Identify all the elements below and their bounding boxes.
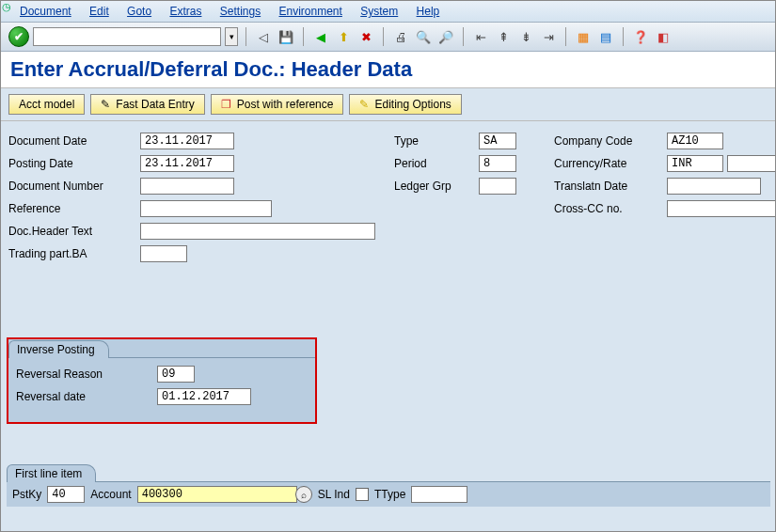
help-icon[interactable]: ❓ bbox=[631, 27, 650, 46]
pstky-field[interactable] bbox=[47, 486, 85, 503]
period-field[interactable] bbox=[479, 155, 516, 172]
find-next-icon[interactable]: 🔎 bbox=[436, 27, 455, 46]
rev-date-label: Reversal date bbox=[16, 390, 157, 403]
post-reference-button[interactable]: ❐ Post with reference bbox=[211, 94, 344, 115]
next-page-icon[interactable]: ⇟ bbox=[516, 27, 535, 46]
exit-icon[interactable]: ⬆ bbox=[334, 27, 353, 46]
doc-date-field[interactable] bbox=[140, 133, 234, 149]
ledger-field[interactable] bbox=[479, 178, 516, 195]
layout-icon[interactable]: ◧ bbox=[654, 27, 673, 46]
crosscc-label: Cross-CC no. bbox=[554, 202, 667, 215]
separator bbox=[623, 27, 624, 46]
doc-num-label: Document Number bbox=[8, 180, 140, 193]
ttype-field[interactable] bbox=[411, 486, 467, 503]
menu-extras[interactable]: Extras bbox=[169, 5, 201, 18]
fast-entry-label: Fast Data Entry bbox=[116, 98, 194, 111]
trading-field[interactable] bbox=[140, 245, 187, 262]
enter-button[interactable]: ✔ bbox=[8, 26, 29, 47]
back-icon[interactable]: ◁ bbox=[254, 27, 273, 46]
trading-label: Trading part.BA bbox=[8, 247, 140, 260]
inverse-posting-tab: Inverse Posting bbox=[8, 340, 109, 358]
rate-field[interactable] bbox=[727, 155, 776, 172]
rev-date-field[interactable] bbox=[157, 388, 251, 405]
last-page-icon[interactable]: ⇥ bbox=[539, 27, 558, 46]
acct-model-label: Acct model bbox=[19, 98, 74, 111]
prev-page-icon[interactable]: ⇞ bbox=[494, 27, 513, 46]
new-session-icon[interactable]: ▦ bbox=[574, 27, 593, 46]
ledger-label: Ledger Grp bbox=[394, 180, 479, 193]
reference-label: Reference bbox=[8, 202, 140, 215]
cancel-icon[interactable]: ✖ bbox=[356, 27, 375, 46]
account-label: Account bbox=[90, 488, 131, 501]
menu-document[interactable]: Document bbox=[20, 5, 71, 18]
post-date-label: Posting Date bbox=[8, 157, 140, 170]
first-line-group: First line item PstKy Account ⌕ SL Ind T… bbox=[7, 463, 770, 507]
first-page-icon[interactable]: ⇤ bbox=[471, 27, 490, 46]
command-field[interactable] bbox=[33, 27, 221, 46]
ttype-label: TType bbox=[374, 488, 405, 501]
separator bbox=[383, 27, 384, 46]
separator bbox=[565, 27, 566, 46]
form-area: Document Date Posting Date Document Numb… bbox=[1, 121, 775, 507]
fast-entry-button[interactable]: ✎ Fast Data Entry bbox=[90, 94, 204, 115]
doc-num-field[interactable] bbox=[140, 178, 234, 195]
company-field[interactable] bbox=[667, 133, 723, 149]
separator bbox=[245, 27, 246, 46]
inverse-posting-group: Inverse Posting Reversal Reason Reversal… bbox=[7, 337, 317, 424]
rev-reason-field[interactable] bbox=[157, 366, 195, 383]
pencil-icon: ✎ bbox=[359, 98, 369, 111]
doc-date-label: Document Date bbox=[8, 134, 140, 148]
find-icon[interactable]: 🔍 bbox=[414, 27, 433, 46]
fast-entry-icon: ✎ bbox=[101, 98, 110, 111]
editing-options-label: Editing Options bbox=[374, 98, 451, 111]
post-date-field[interactable] bbox=[140, 155, 234, 172]
menu-goto[interactable]: Goto bbox=[127, 5, 151, 18]
shortcut-icon[interactable]: ▤ bbox=[596, 27, 615, 46]
crosscc-field[interactable] bbox=[667, 200, 776, 217]
print-icon[interactable]: 🖨 bbox=[391, 27, 410, 46]
copy-icon: ❐ bbox=[221, 98, 231, 111]
command-dropdown[interactable]: ▾ bbox=[225, 27, 238, 46]
transdate-label: Translatn Date bbox=[554, 180, 667, 193]
window-icon: ◷ bbox=[2, 1, 11, 13]
menu-system[interactable]: System bbox=[360, 5, 398, 18]
transdate-field[interactable] bbox=[667, 178, 761, 195]
editing-options-button[interactable]: ✎ Editing Options bbox=[349, 94, 461, 115]
app-toolbar: Acct model ✎ Fast Data Entry ❐ Post with… bbox=[1, 88, 775, 121]
type-field[interactable] bbox=[479, 133, 516, 149]
header-text-field[interactable] bbox=[140, 223, 375, 240]
company-label: Company Code bbox=[554, 134, 667, 148]
account-f4-button[interactable]: ⌕ bbox=[295, 486, 312, 503]
period-label: Period bbox=[394, 157, 479, 170]
rev-reason-label: Reversal Reason bbox=[16, 368, 157, 381]
page-title: Enter Accrual/Deferral Doc.: Header Data bbox=[1, 52, 775, 88]
save-icon[interactable]: 💾 bbox=[277, 27, 295, 46]
back-green-icon[interactable]: ◀ bbox=[311, 27, 330, 46]
separator bbox=[303, 27, 304, 46]
currency-field[interactable] bbox=[667, 155, 723, 172]
type-label: Type bbox=[394, 134, 479, 148]
slind-checkbox[interactable] bbox=[356, 488, 369, 501]
separator bbox=[463, 27, 464, 46]
acct-model-button[interactable]: Acct model bbox=[8, 94, 85, 115]
currency-label: Currency/Rate bbox=[554, 157, 667, 170]
pstky-label: PstKy bbox=[12, 488, 41, 501]
account-field[interactable] bbox=[137, 486, 297, 503]
first-line-tab: First line item bbox=[7, 464, 96, 482]
slind-label: SL Ind bbox=[318, 488, 350, 501]
post-reference-label: Post with reference bbox=[237, 98, 334, 111]
menu-bar: Document Edit Goto Extras Settings Envir… bbox=[1, 1, 775, 23]
header-text-label: Doc.Header Text bbox=[8, 225, 140, 238]
menu-edit[interactable]: Edit bbox=[89, 5, 109, 18]
menu-help[interactable]: Help bbox=[417, 5, 440, 18]
system-toolbar: ✔ ▾ ◁ 💾 ◀ ⬆ ✖ 🖨 🔍 🔎 ⇤ ⇞ ⇟ ⇥ ▦ ▤ ❓ ◧ bbox=[1, 23, 775, 52]
menu-settings[interactable]: Settings bbox=[220, 5, 261, 18]
reference-field[interactable] bbox=[140, 200, 272, 217]
menu-environment[interactable]: Environment bbox=[279, 5, 342, 18]
